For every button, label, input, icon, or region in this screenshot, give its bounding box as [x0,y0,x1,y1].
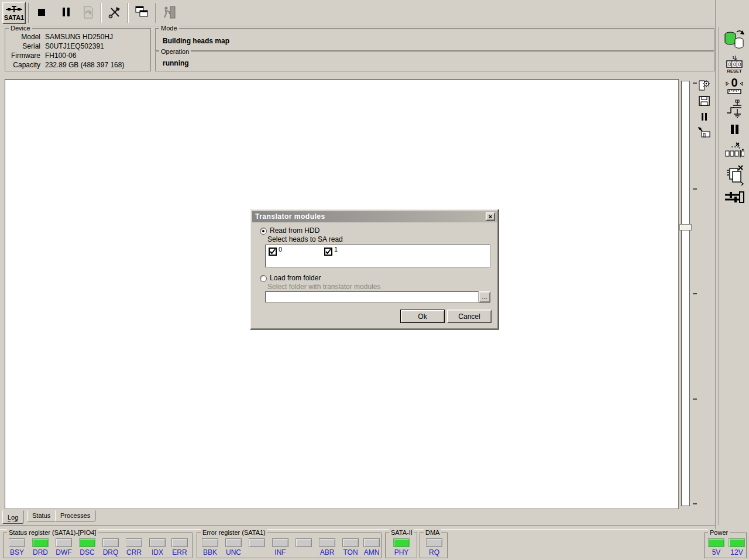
svg-text:0: 0 [733,61,736,67]
power-title: Power [708,529,730,537]
progress-tick [693,83,697,84]
led-phy [393,538,410,547]
close-icon[interactable]: × [486,212,495,221]
browse-folder-button[interactable]: ... [479,291,490,303]
eject-card-button[interactable] [697,126,711,140]
progress-tick [693,188,697,190]
pause-queue-button[interactable] [727,122,741,138]
led-crr-label: CRR [123,548,145,556]
dialog-titlebar[interactable]: Translator modules × [252,211,497,222]
select-folder-hint: Select folder with translator modules [267,283,380,291]
circuit-test-button[interactable] [724,98,744,121]
led-dwf [56,538,72,547]
tab-status[interactable]: Status [27,510,56,521]
device-group-title: Device [9,25,32,32]
disk-copy-icon [723,29,745,52]
led-5v [708,538,724,547]
sata2-groupbox: SATA-II PHY [385,532,417,558]
led-dsc-label: DSC [77,548,98,556]
close-windows-button[interactable] [723,164,745,187]
led-dwf-label: DWF [53,548,74,556]
device-firmware-row: Firmware FH100-06 [5,51,150,60]
ok-button[interactable]: Ok [400,310,445,323]
log-settings-button[interactable] [697,80,711,94]
dma-title: DMA [424,529,441,537]
led-abr-label: ABR [317,548,338,556]
device-capacity-value: 232.89 GB (488 397 168) [45,61,124,70]
read-from-hdd-label[interactable]: Read from HDD [270,226,319,235]
led-rq [426,538,442,547]
svg-text:0: 0 [731,76,737,89]
toolbar-separator [101,3,102,23]
led-unc [225,538,242,547]
mode-groupbox: Mode Building heads map [155,28,714,51]
device-firmware-value: FH100-06 [45,51,76,60]
cascade-windows-button[interactable] [130,2,153,24]
reset-counter-button[interactable]: 1 0 0 0 RESET [723,54,745,75]
cancel-button[interactable]: Cancel [447,310,492,323]
tab-log-label: Log [8,514,18,522]
svg-text:0: 0 [729,61,731,67]
tab-log[interactable]: Log [2,510,23,524]
progress-tick [693,398,697,400]
led-bsy-label: BSY [6,548,28,556]
exit-button[interactable] [158,2,180,24]
led-err-label: ERR [169,548,190,556]
led-rq-label: RQ [424,548,445,556]
progress-thumb[interactable] [679,224,692,231]
head-zero-button[interactable]: 0 [723,76,745,97]
head-1-checkbox[interactable] [324,248,332,256]
progress-track [681,81,690,506]
head-0-checkbox[interactable] [269,248,277,256]
tools-button[interactable] [104,2,126,24]
led-inf-label: INF [270,548,291,556]
disk-copy-button[interactable] [722,28,747,53]
svg-text:1: 1 [732,55,735,60]
led-inf [272,538,288,547]
device-capacity-row: Capacity 232.89 GB (488 397 168) [5,61,150,70]
pause-button[interactable] [55,2,77,24]
read-from-hdd-radio[interactable] [260,228,267,235]
counter-advance-icon [724,142,744,162]
tab-status-label: Status [32,512,50,519]
pause-icon [701,113,707,122]
close-windows-icon [724,164,744,187]
stop-button[interactable] [30,2,53,24]
device-groupbox: Device Model SAMSUNG HD250HJ Serial S0UT… [5,28,151,71]
status-register-groupbox: Status register (SATA1)-[PIO4] BSY DRD D… [3,532,193,558]
counter-advance-button[interactable] [723,142,745,162]
status-register-title: Status register (SATA1)-[PIO4] [7,529,98,537]
select-heads-hint: Select heads to SA read [267,235,343,243]
operation-group-title: Operation [159,48,191,56]
check-mark-icon [325,248,332,255]
connection-settings-button[interactable] [723,190,745,206]
sata1-port-button[interactable]: SATA1 [2,2,26,24]
stop-icon [38,9,45,18]
pause-icon [62,8,70,18]
load-from-folder-radio[interactable] [260,275,267,282]
toolbar-separator [28,3,29,23]
load-from-folder-label[interactable]: Load from folder [270,274,321,282]
device-model-label: Model [5,33,40,42]
pause-log-button[interactable] [699,112,709,123]
error-register-groupbox: Error register (SATA1) BBK UNC INF ABR T… [197,532,382,558]
zero-ruler-icon: 0 [724,76,744,97]
translator-modules-dialog: Translator modules × Read from HDD Selec… [250,209,499,329]
svg-text:RESET: RESET [727,68,741,73]
led-dsc [79,538,95,547]
led-drq-label: DRQ [100,548,121,556]
save-log-button[interactable] [698,96,710,108]
pause-icon [730,124,739,136]
progress-tick [693,293,697,294]
sata-connector-icon [5,5,23,14]
head-1-label: 1 [334,246,338,253]
resume-task-button[interactable] [77,2,99,24]
sata2-title: SATA-II [389,529,414,537]
folder-path-input[interactable] [265,291,479,303]
device-serial-value: S0UTJ1EQ502391 [45,42,104,51]
status-bar: Status register (SATA1)-[PIO4] BSY DRD D… [0,530,749,560]
led-5v-label: 5V [706,548,727,556]
led-ton-label: TON [340,548,361,556]
exit-door-icon [162,6,176,20]
tab-processes[interactable]: Processes [55,510,95,521]
